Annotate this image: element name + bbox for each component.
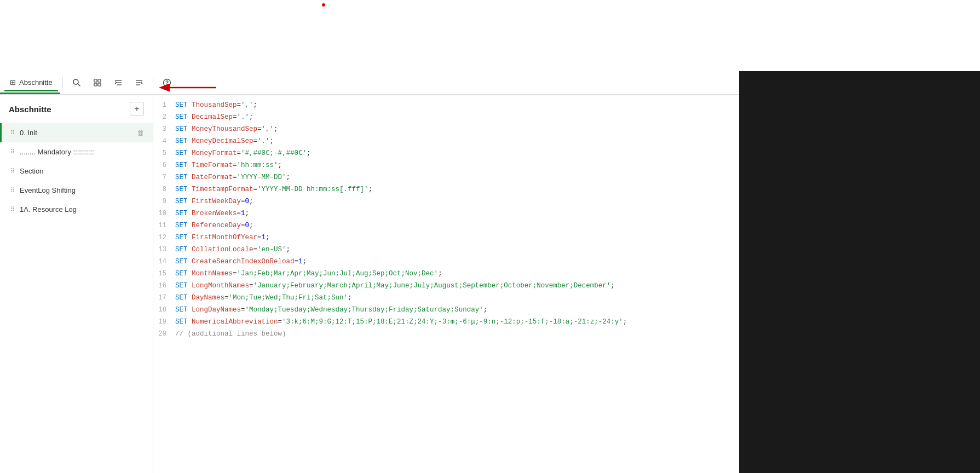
table-row: 1 SET ThousandSep=','; xyxy=(153,100,739,112)
sidebar-item-section[interactable]: ⠿ Section xyxy=(0,161,153,181)
drag-handle-icon: ⠿ xyxy=(10,148,14,155)
help-icon: ? xyxy=(163,78,171,87)
add-section-button[interactable]: + xyxy=(130,102,144,116)
sidebar-header: Abschnitte + xyxy=(0,95,153,123)
table-row: 3 SET MoneyThousandSep=','; xyxy=(153,124,739,136)
sidebar-item-mandatory[interactable]: ⠿ ........ Mandatory ::::::::::: xyxy=(0,142,153,161)
table-row: 16 SET LongMonthNames='January;February;… xyxy=(153,280,739,292)
indent-left-icon xyxy=(135,78,143,87)
table-row: 14 SET CreateSearchIndexOnReload=1; xyxy=(153,256,739,268)
svg-rect-3 xyxy=(98,79,101,82)
search-icon xyxy=(72,78,81,87)
drag-handle-icon: ⠿ xyxy=(10,206,14,213)
indent-right-icon xyxy=(114,78,123,87)
code-editor[interactable]: 1 SET ThousandSep=','; 2 SET DecimalSep=… xyxy=(153,95,739,473)
search-button[interactable] xyxy=(67,74,86,91)
drag-handle-icon: ⠿ xyxy=(10,129,14,136)
table-row: 19 SET NumericalAbbreviation='3:k;6:M;9:… xyxy=(153,316,739,328)
table-row: 6 SET TimeFormat='hh:mm:ss'; xyxy=(153,160,739,172)
sidebar: Abschnitte + ⠿ 0. Init 🗑 ⠿ ........ Mand… xyxy=(0,95,153,473)
indent-right-button[interactable] xyxy=(109,74,128,91)
svg-rect-4 xyxy=(94,83,97,86)
svg-line-1 xyxy=(78,84,80,86)
table-row: 4 SET MoneyDecimalSep='.'; xyxy=(153,136,739,148)
sections-icon: ⊞ xyxy=(10,78,16,86)
sidebar-item-label-init: 0. Init xyxy=(20,129,131,137)
table-row: 17 SET DayNames='Mon;Tue;Wed;Thu;Fri;Sat… xyxy=(153,292,739,304)
table-row: 8 SET TimestampFormat='YYYY-MM-DD hh:mm:… xyxy=(153,184,739,196)
sidebar-item-label-section: Section xyxy=(20,167,144,175)
toolbar: ⊞ Abschnitte xyxy=(0,71,739,95)
hash-icon xyxy=(93,78,102,87)
sidebar-title: Abschnitte xyxy=(9,105,51,114)
sidebar-item-label-mandatory: ........ Mandatory ::::::::::: xyxy=(20,148,144,156)
toolbar-separator-1 xyxy=(62,77,63,88)
drag-handle-icon: ⠿ xyxy=(10,187,14,194)
table-row: 5 SET MoneyFormat='#,##0€;-#,##0€'; xyxy=(153,148,739,160)
table-row: 18 SET LongDayNames='Monday;Tuesday;Wedn… xyxy=(153,304,739,316)
abschnitte-tab-label: Abschnitte xyxy=(19,78,53,86)
right-panel xyxy=(739,71,980,473)
hash-button[interactable] xyxy=(88,74,107,91)
table-row: 12 SET FirstMonthOfYear=1; xyxy=(153,232,739,244)
table-row: 20 // (additional lines below) xyxy=(153,328,739,341)
table-row: 11 SET ReferenceDay=0; xyxy=(153,220,739,232)
table-row: 15 SET MonthNames='Jan;Feb;Mar;Apr;May;J… xyxy=(153,268,739,280)
delete-icon[interactable]: 🗑 xyxy=(137,129,144,137)
svg-rect-2 xyxy=(94,79,97,82)
help-button[interactable]: ? xyxy=(158,74,176,91)
sidebar-item-resource-log[interactable]: ⠿ 1A. Resource Log xyxy=(0,200,153,219)
red-dot-indicator xyxy=(322,3,325,7)
tab-active-indicator xyxy=(0,93,60,94)
sidebar-item-label-resource-log: 1A. Resource Log xyxy=(20,205,144,214)
toolbar-separator-2 xyxy=(153,77,153,88)
svg-rect-5 xyxy=(98,83,101,86)
sidebar-item-init[interactable]: ⠿ 0. Init 🗑 xyxy=(0,123,153,142)
table-row: 13 SET CollationLocale='en-US'; xyxy=(153,244,739,256)
svg-text:?: ? xyxy=(165,80,169,86)
table-row: 9 SET FirstWeekDay=0; xyxy=(153,196,739,208)
sidebar-item-label-eventlog: EventLog Shifting xyxy=(20,186,144,194)
table-row: 7 SET DateFormat='YYYY-MM-DD'; xyxy=(153,172,739,184)
abschnitte-tab-button[interactable]: ⊞ Abschnitte xyxy=(4,75,58,91)
table-row: 10 SET BrokenWeeks=1; xyxy=(153,208,739,220)
main-layout: Abschnitte + ⠿ 0. Init 🗑 ⠿ ........ Mand… xyxy=(0,95,739,473)
table-row: 2 SET DecimalSep='.'; xyxy=(153,112,739,124)
indent-left-button[interactable] xyxy=(130,74,148,91)
sidebar-item-eventlog[interactable]: ⠿ EventLog Shifting xyxy=(0,181,153,200)
drag-handle-icon: ⠿ xyxy=(10,168,14,175)
